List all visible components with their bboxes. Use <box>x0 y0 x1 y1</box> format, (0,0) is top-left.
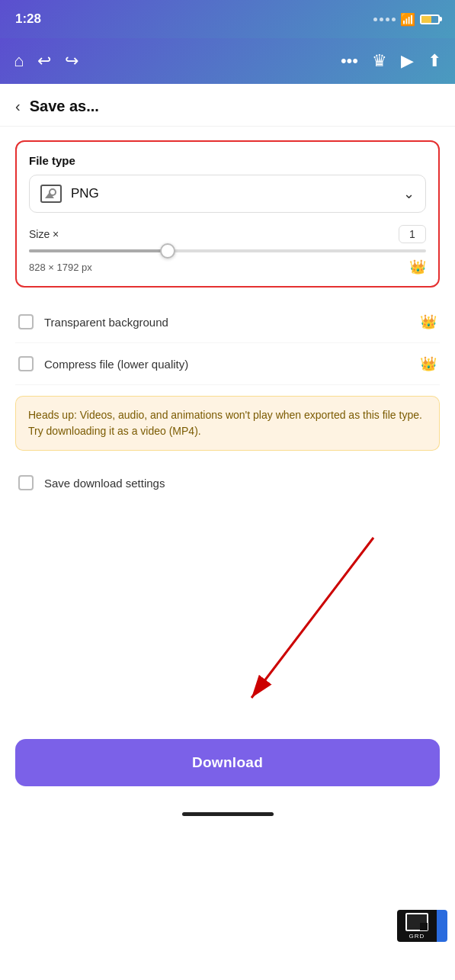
size-value: 1 <box>399 225 426 243</box>
app-toolbar: ⌂ ↩ ↪ ••• ♛ ▶ ⬆ <box>0 38 455 84</box>
size-row: Size × 1 <box>29 225 426 243</box>
transparent-bg-label: Transparent background <box>44 316 168 329</box>
compress-file-label: Compress file (lower quality) <box>44 358 188 371</box>
warning-text: Heads up: Videos, audio, and animations … <box>28 409 422 437</box>
watermark-notch <box>420 923 428 930</box>
watermark-label: GRD <box>409 933 425 940</box>
arrow-annotation <box>0 515 455 728</box>
download-button[interactable]: Download <box>15 739 440 786</box>
back-button[interactable]: ‹ <box>15 98 21 115</box>
watermark-inner <box>405 913 428 931</box>
content-area: File type PNG ⌄ Size × 1 <box>0 127 455 515</box>
signal-dots <box>373 18 396 21</box>
page-title: Save as... <box>30 98 99 115</box>
dimensions-text: 828 × 1792 px <box>29 262 92 273</box>
file-type-name: PNG <box>71 186 99 201</box>
image-icon <box>40 185 62 203</box>
file-type-box: File type PNG ⌄ Size × 1 <box>15 140 440 288</box>
compress-file-row: Compress file (lower quality) 👑 <box>15 343 440 385</box>
warning-box: Heads up: Videos, audio, and animations … <box>15 396 440 451</box>
save-settings-row: Save download settings <box>15 464 440 501</box>
signal-dot-1 <box>373 18 377 21</box>
back-icon[interactable]: ↩ <box>37 51 51 71</box>
arrow-svg <box>0 515 455 728</box>
signal-dot-3 <box>386 18 389 21</box>
status-bar: 1:28 📶 <box>0 0 455 38</box>
slider-track <box>29 249 426 252</box>
signal-dot-2 <box>380 18 383 21</box>
size-slider[interactable] <box>29 249 426 252</box>
home-bar <box>182 812 274 816</box>
crown-premium-icon: 👑 <box>409 259 426 275</box>
chevron-down-icon: ⌄ <box>403 185 415 202</box>
home-indicator <box>0 802 455 822</box>
play-icon[interactable]: ▶ <box>401 51 414 71</box>
compress-file-checkbox[interactable] <box>18 356 34 371</box>
watermark-blue <box>437 910 447 942</box>
transparent-bg-checkbox[interactable] <box>18 314 34 329</box>
forward-icon[interactable]: ↪ <box>65 51 79 71</box>
wifi-icon: 📶 <box>400 12 415 27</box>
save-settings-checkbox[interactable] <box>18 475 34 490</box>
page-header: ‹ Save as... <box>0 84 455 127</box>
slider-fill <box>29 249 168 252</box>
watermark-box: GRD <box>397 910 437 942</box>
dimensions-row: 828 × 1792 px 👑 <box>29 259 426 275</box>
status-time: 1:28 <box>15 11 41 27</box>
save-settings-label: Save download settings <box>44 477 165 490</box>
compress-file-left: Compress file (lower quality) <box>18 356 188 371</box>
transparent-bg-row: Transparent background 👑 <box>15 301 440 343</box>
file-type-dropdown[interactable]: PNG ⌄ <box>29 175 426 213</box>
toolbar-left: ⌂ ↩ ↪ <box>14 51 79 71</box>
watermark: GRD <box>397 910 447 942</box>
compress-crown-icon: 👑 <box>420 355 437 372</box>
battery-fill <box>421 16 431 23</box>
battery-icon <box>420 14 440 24</box>
size-label: Size × <box>29 228 59 240</box>
svg-line-1 <box>252 538 373 698</box>
status-icons: 📶 <box>373 12 440 27</box>
file-type-label: File type <box>29 154 426 167</box>
share-icon[interactable]: ⬆ <box>428 51 441 71</box>
transparent-crown-icon: 👑 <box>420 313 437 330</box>
transparent-bg-left: Transparent background <box>18 314 168 329</box>
toolbar-center: ••• ♛ ▶ ⬆ <box>341 51 441 71</box>
file-type-left: PNG <box>40 185 99 203</box>
slider-thumb[interactable] <box>160 243 175 259</box>
download-btn-area: Download <box>0 728 455 802</box>
home-icon[interactable]: ⌂ <box>14 51 24 71</box>
crown-icon[interactable]: ♛ <box>372 51 387 71</box>
more-icon[interactable]: ••• <box>341 51 358 71</box>
signal-dot-4 <box>392 18 396 21</box>
